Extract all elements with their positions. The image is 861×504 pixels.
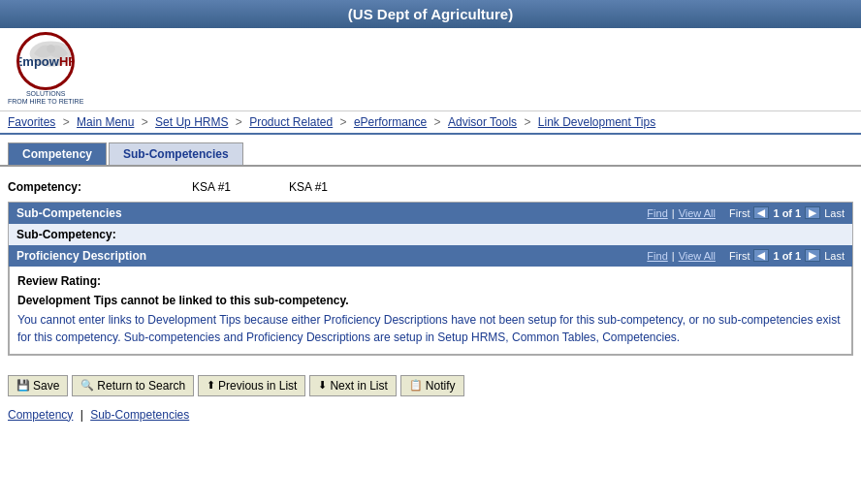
- sub-comp-last-label: Last: [824, 207, 845, 219]
- proficiency-section: Proficiency Description Find | View All …: [9, 245, 852, 355]
- nav-main-menu[interactable]: Main Menu: [77, 115, 134, 129]
- proficiency-title: Proficiency Description: [16, 249, 146, 263]
- save-icon: 💾: [16, 379, 30, 392]
- nav-product-related[interactable]: Product Related: [249, 115, 333, 129]
- save-label: Save: [33, 379, 59, 393]
- footer-competency-link[interactable]: Competency: [8, 408, 73, 422]
- tab-competency[interactable]: Competency: [8, 142, 107, 165]
- sub-comp-viewall-link[interactable]: View All: [679, 207, 716, 219]
- svg-point-1: [47, 45, 55, 53]
- sub-comp-next-btn[interactable]: ▶: [805, 206, 820, 219]
- sub-competencies-section: Sub-Competencies Find | View All First ◀…: [8, 202, 853, 356]
- tab-sub-competencies[interactable]: Sub-Competencies: [109, 142, 243, 165]
- nav-link-dev-tips[interactable]: Link Development Tips: [538, 115, 655, 129]
- return-icon: 🔍: [80, 379, 94, 392]
- bottom-buttons: 💾 Save 🔍 Return to Search ⬆ Previous in …: [0, 367, 861, 404]
- logo-tagline: FROM HIRE TO RETIRE: [8, 98, 83, 106]
- notify-icon: 📋: [409, 379, 423, 392]
- previous-in-list-button[interactable]: ⬆ Previous in List: [198, 375, 305, 396]
- competency-value1: KSA #1: [192, 180, 289, 194]
- nav-eperformance[interactable]: ePerformance: [354, 115, 427, 129]
- prof-next-btn[interactable]: ▶: [805, 249, 820, 262]
- notify-button[interactable]: 📋 Notify: [400, 375, 464, 396]
- next-icon: ⬇: [318, 379, 327, 392]
- next-label: Next in List: [330, 379, 387, 393]
- nav-setup-hrms[interactable]: Set Up HRMS: [155, 115, 228, 129]
- prev-label: Previous in List: [218, 379, 297, 393]
- logo-nav-area: EmpowHR SOLUTIONS FROM HIRE TO RETIRE: [0, 28, 861, 111]
- header-title: (US Dept of Agriculture): [348, 6, 513, 22]
- return-to-search-button[interactable]: 🔍 Return to Search: [72, 375, 194, 396]
- competency-label: Competency:: [8, 180, 105, 194]
- sub-comp-prev-btn[interactable]: ◀: [753, 206, 769, 219]
- footer-sub-competencies-link[interactable]: Sub-Competencies: [90, 408, 189, 422]
- sub-comp-first-label: First: [729, 207, 749, 219]
- tabs-area: Competency Sub-Competencies: [0, 135, 861, 167]
- nav-sep-1: >: [59, 115, 73, 129]
- header-bar: (US Dept of Agriculture): [0, 0, 861, 28]
- error-bold-text: Development Tips cannot be linked to thi…: [17, 294, 844, 307]
- logo-container: EmpowHR SOLUTIONS FROM HIRE TO RETIRE: [8, 32, 83, 107]
- prof-prev-btn[interactable]: ◀: [753, 249, 769, 262]
- prof-first-label: First: [729, 250, 749, 262]
- logo-empow: Empow: [16, 54, 59, 69]
- prof-page-info: 1 of 1: [773, 250, 801, 262]
- logo-hr: HR: [59, 54, 75, 69]
- prof-find-link[interactable]: Find: [647, 250, 667, 262]
- return-label: Return to Search: [97, 379, 185, 393]
- sub-competency-label: Sub-Competency:: [16, 228, 116, 241]
- prev-icon: ⬆: [207, 379, 215, 392]
- competency-row: Competency: KSA #1 KSA #1: [8, 180, 853, 194]
- sub-comp-find-link[interactable]: Find: [647, 207, 667, 219]
- proficiency-body: Review Rating: Development Tips cannot b…: [9, 267, 852, 355]
- review-rating-label: Review Rating:: [17, 274, 844, 288]
- sub-competency-row: Sub-Competency:: [9, 224, 852, 245]
- sub-competencies-nav: Find | View All First ◀ 1 of 1 ▶ Last: [647, 206, 845, 219]
- next-in-list-button[interactable]: ⬇ Next in List: [309, 375, 396, 396]
- nav-sep-4: >: [336, 115, 350, 129]
- nav-advisor-tools[interactable]: Advisor Tools: [448, 115, 517, 129]
- nav-favorites[interactable]: Favorites: [8, 115, 55, 129]
- nav-sep-6: >: [521, 115, 534, 129]
- sub-competencies-title: Sub-Competencies: [16, 206, 122, 220]
- footer-links: Competency | Sub-Competencies: [0, 404, 861, 425]
- sub-comp-page-info: 1 of 1: [773, 207, 801, 219]
- prof-viewall-link[interactable]: View All: [679, 250, 716, 262]
- footer-separator: |: [80, 408, 83, 422]
- logo-circle: EmpowHR: [16, 32, 75, 90]
- nav-bar: Favorites > Main Menu > Set Up HRMS > Pr…: [0, 111, 861, 135]
- save-button[interactable]: 💾 Save: [8, 375, 68, 396]
- proficiency-header: Proficiency Description Find | View All …: [9, 245, 852, 267]
- content-area: Competency: KSA #1 KSA #1 Sub-Competenci…: [0, 167, 861, 367]
- prof-last-label: Last: [824, 250, 845, 262]
- sub-competencies-header: Sub-Competencies Find | View All First ◀…: [9, 203, 852, 224]
- error-detail-text: You cannot enter links to Development Ti…: [17, 311, 844, 346]
- nav-sep-3: >: [232, 115, 245, 129]
- logo-sub: SOLUTIONS FROM HIRE TO RETIRE: [8, 90, 83, 107]
- nav-sep-5: >: [430, 115, 444, 129]
- competency-value2: KSA #1: [289, 180, 386, 194]
- nav-sep-2: >: [138, 115, 151, 129]
- proficiency-nav: Find | View All First ◀ 1 of 1 ▶ Last: [647, 249, 845, 262]
- logo-solutions: SOLUTIONS: [8, 90, 83, 98]
- notify-label: Notify: [426, 379, 456, 393]
